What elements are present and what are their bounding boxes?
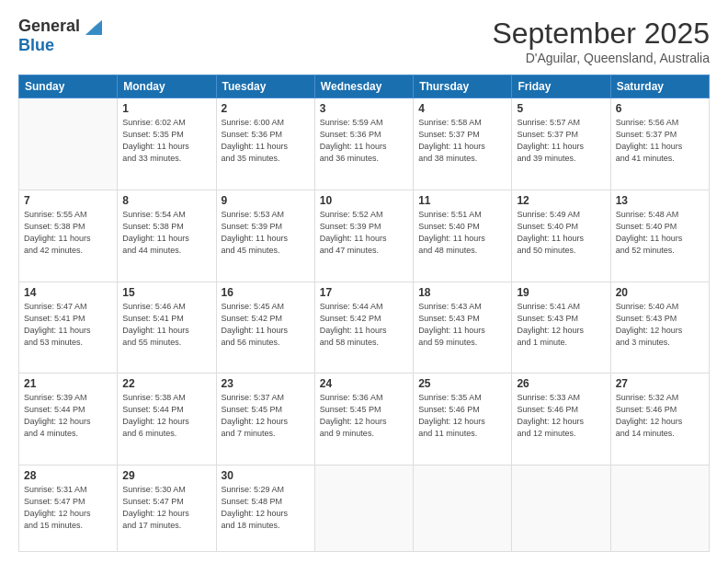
day-info: Sunrise: 5:32 AM Sunset: 5:46 PM Dayligh… bbox=[616, 392, 704, 440]
calendar-week-1: 7Sunrise: 5:55 AM Sunset: 5:38 PM Daylig… bbox=[19, 190, 710, 282]
calendar-cell: 30Sunrise: 5:29 AM Sunset: 5:48 PM Dayli… bbox=[216, 465, 314, 552]
calendar-cell: 10Sunrise: 5:52 AM Sunset: 5:39 PM Dayli… bbox=[314, 190, 413, 282]
weekday-header-sunday: Sunday bbox=[19, 75, 118, 98]
calendar-cell: 9Sunrise: 5:53 AM Sunset: 5:39 PM Daylig… bbox=[216, 190, 314, 282]
calendar-cell: 4Sunrise: 5:58 AM Sunset: 5:37 PM Daylig… bbox=[414, 98, 512, 190]
logo-blue-text: Blue bbox=[18, 36, 54, 55]
day-number: 25 bbox=[418, 377, 506, 390]
day-number: 16 bbox=[222, 286, 310, 299]
calendar-header-row: SundayMondayTuesdayWednesdayThursdayFrid… bbox=[19, 75, 710, 98]
weekday-header-saturday: Saturday bbox=[610, 75, 709, 98]
day-info: Sunrise: 5:38 AM Sunset: 5:44 PM Dayligh… bbox=[122, 392, 210, 440]
day-info: Sunrise: 5:54 AM Sunset: 5:38 PM Dayligh… bbox=[122, 209, 210, 257]
day-number: 20 bbox=[616, 286, 704, 299]
location-title: D'Aguilar, Queensland, Australia bbox=[492, 51, 710, 65]
day-number: 17 bbox=[320, 286, 408, 299]
day-number: 23 bbox=[222, 377, 310, 390]
calendar-cell: 28Sunrise: 5:31 AM Sunset: 5:47 PM Dayli… bbox=[19, 465, 118, 552]
day-info: Sunrise: 5:44 AM Sunset: 5:42 PM Dayligh… bbox=[320, 301, 408, 349]
day-number: 18 bbox=[418, 286, 506, 299]
day-info: Sunrise: 5:51 AM Sunset: 5:40 PM Dayligh… bbox=[418, 209, 506, 257]
calendar-cell: 20Sunrise: 5:40 AM Sunset: 5:43 PM Dayli… bbox=[610, 282, 709, 373]
calendar-cell: 15Sunrise: 5:46 AM Sunset: 5:41 PM Dayli… bbox=[118, 282, 216, 373]
calendar-week-3: 21Sunrise: 5:39 AM Sunset: 5:44 PM Dayli… bbox=[19, 373, 710, 465]
day-number: 5 bbox=[517, 102, 605, 115]
day-info: Sunrise: 5:47 AM Sunset: 5:41 PM Dayligh… bbox=[24, 301, 112, 349]
day-number: 24 bbox=[320, 377, 408, 390]
day-number: 3 bbox=[320, 102, 408, 115]
day-number: 12 bbox=[517, 194, 605, 207]
day-number: 13 bbox=[616, 194, 704, 207]
calendar-cell: 11Sunrise: 5:51 AM Sunset: 5:40 PM Dayli… bbox=[414, 190, 512, 282]
day-info: Sunrise: 5:57 AM Sunset: 5:37 PM Dayligh… bbox=[517, 117, 605, 165]
day-info: Sunrise: 5:33 AM Sunset: 5:46 PM Dayligh… bbox=[517, 392, 605, 440]
calendar-cell: 22Sunrise: 5:38 AM Sunset: 5:44 PM Dayli… bbox=[118, 373, 216, 465]
day-info: Sunrise: 5:55 AM Sunset: 5:38 PM Dayligh… bbox=[24, 209, 112, 257]
day-number: 10 bbox=[320, 194, 408, 207]
day-info: Sunrise: 5:40 AM Sunset: 5:43 PM Dayligh… bbox=[616, 301, 704, 349]
day-info: Sunrise: 5:56 AM Sunset: 5:37 PM Dayligh… bbox=[616, 117, 704, 165]
logo: General Blue bbox=[18, 17, 102, 55]
calendar-cell: 1Sunrise: 6:02 AM Sunset: 5:35 PM Daylig… bbox=[118, 98, 216, 190]
calendar-cell: 7Sunrise: 5:55 AM Sunset: 5:38 PM Daylig… bbox=[19, 190, 118, 282]
day-info: Sunrise: 5:48 AM Sunset: 5:40 PM Dayligh… bbox=[616, 209, 704, 257]
day-info: Sunrise: 5:46 AM Sunset: 5:41 PM Dayligh… bbox=[122, 301, 210, 349]
day-info: Sunrise: 5:39 AM Sunset: 5:44 PM Dayligh… bbox=[24, 392, 112, 440]
calendar-cell: 23Sunrise: 5:37 AM Sunset: 5:45 PM Dayli… bbox=[216, 373, 314, 465]
day-number: 27 bbox=[616, 377, 704, 390]
day-number: 6 bbox=[616, 102, 704, 115]
day-info: Sunrise: 6:00 AM Sunset: 5:36 PM Dayligh… bbox=[222, 117, 310, 165]
page: General Blue September 2025 D'Aguilar, Q… bbox=[0, 0, 728, 563]
calendar-week-4: 28Sunrise: 5:31 AM Sunset: 5:47 PM Dayli… bbox=[19, 465, 710, 552]
day-info: Sunrise: 5:35 AM Sunset: 5:46 PM Dayligh… bbox=[418, 392, 506, 440]
day-number: 11 bbox=[418, 194, 506, 207]
calendar-week-0: 1Sunrise: 6:02 AM Sunset: 5:35 PM Daylig… bbox=[19, 98, 710, 190]
calendar-cell: 13Sunrise: 5:48 AM Sunset: 5:40 PM Dayli… bbox=[610, 190, 709, 282]
calendar-cell: 14Sunrise: 5:47 AM Sunset: 5:41 PM Dayli… bbox=[19, 282, 118, 373]
day-info: Sunrise: 5:45 AM Sunset: 5:42 PM Dayligh… bbox=[222, 301, 310, 349]
calendar-cell bbox=[414, 465, 512, 552]
day-number: 4 bbox=[418, 102, 506, 115]
calendar-cell: 19Sunrise: 5:41 AM Sunset: 5:43 PM Dayli… bbox=[512, 282, 610, 373]
day-number: 26 bbox=[517, 377, 605, 390]
calendar-cell: 12Sunrise: 5:49 AM Sunset: 5:40 PM Dayli… bbox=[512, 190, 610, 282]
day-info: Sunrise: 5:41 AM Sunset: 5:43 PM Dayligh… bbox=[517, 301, 605, 349]
day-info: Sunrise: 5:53 AM Sunset: 5:39 PM Dayligh… bbox=[222, 209, 310, 257]
calendar-cell: 8Sunrise: 5:54 AM Sunset: 5:38 PM Daylig… bbox=[118, 190, 216, 282]
day-number: 7 bbox=[24, 194, 112, 207]
day-info: Sunrise: 5:49 AM Sunset: 5:40 PM Dayligh… bbox=[517, 209, 605, 257]
day-number: 2 bbox=[222, 102, 310, 115]
weekday-header-tuesday: Tuesday bbox=[216, 75, 314, 98]
calendar-cell bbox=[610, 465, 709, 552]
day-info: Sunrise: 5:30 AM Sunset: 5:47 PM Dayligh… bbox=[122, 484, 210, 532]
day-info: Sunrise: 5:52 AM Sunset: 5:39 PM Dayligh… bbox=[320, 209, 408, 257]
calendar-cell bbox=[314, 465, 413, 552]
day-number: 14 bbox=[24, 286, 112, 299]
calendar-cell bbox=[512, 465, 610, 552]
calendar-week-2: 14Sunrise: 5:47 AM Sunset: 5:41 PM Dayli… bbox=[19, 282, 710, 373]
day-info: Sunrise: 5:31 AM Sunset: 5:47 PM Dayligh… bbox=[24, 484, 112, 532]
calendar-cell: 6Sunrise: 5:56 AM Sunset: 5:37 PM Daylig… bbox=[610, 98, 709, 190]
day-number: 8 bbox=[122, 194, 210, 207]
day-number: 15 bbox=[122, 286, 210, 299]
month-title: September 2025 bbox=[492, 17, 710, 51]
day-info: Sunrise: 5:58 AM Sunset: 5:37 PM Dayligh… bbox=[418, 117, 506, 165]
calendar-cell: 17Sunrise: 5:44 AM Sunset: 5:42 PM Dayli… bbox=[314, 282, 413, 373]
logo-general-text: General bbox=[18, 17, 80, 36]
calendar-cell: 27Sunrise: 5:32 AM Sunset: 5:46 PM Dayli… bbox=[610, 373, 709, 465]
day-info: Sunrise: 5:59 AM Sunset: 5:36 PM Dayligh… bbox=[320, 117, 408, 165]
weekday-header-wednesday: Wednesday bbox=[314, 75, 413, 98]
calendar-cell: 5Sunrise: 5:57 AM Sunset: 5:37 PM Daylig… bbox=[512, 98, 610, 190]
weekday-header-monday: Monday bbox=[118, 75, 216, 98]
calendar-cell: 24Sunrise: 5:36 AM Sunset: 5:45 PM Dayli… bbox=[314, 373, 413, 465]
day-number: 9 bbox=[222, 194, 310, 207]
day-number: 19 bbox=[517, 286, 605, 299]
calendar-cell: 26Sunrise: 5:33 AM Sunset: 5:46 PM Dayli… bbox=[512, 373, 610, 465]
day-number: 21 bbox=[24, 377, 112, 390]
calendar-cell: 2Sunrise: 6:00 AM Sunset: 5:36 PM Daylig… bbox=[216, 98, 314, 190]
day-info: Sunrise: 5:37 AM Sunset: 5:45 PM Dayligh… bbox=[222, 392, 310, 440]
calendar-cell: 18Sunrise: 5:43 AM Sunset: 5:43 PM Dayli… bbox=[414, 282, 512, 373]
calendar-cell: 3Sunrise: 5:59 AM Sunset: 5:36 PM Daylig… bbox=[314, 98, 413, 190]
day-info: Sunrise: 5:29 AM Sunset: 5:48 PM Dayligh… bbox=[222, 484, 310, 532]
day-info: Sunrise: 5:36 AM Sunset: 5:45 PM Dayligh… bbox=[320, 392, 408, 440]
